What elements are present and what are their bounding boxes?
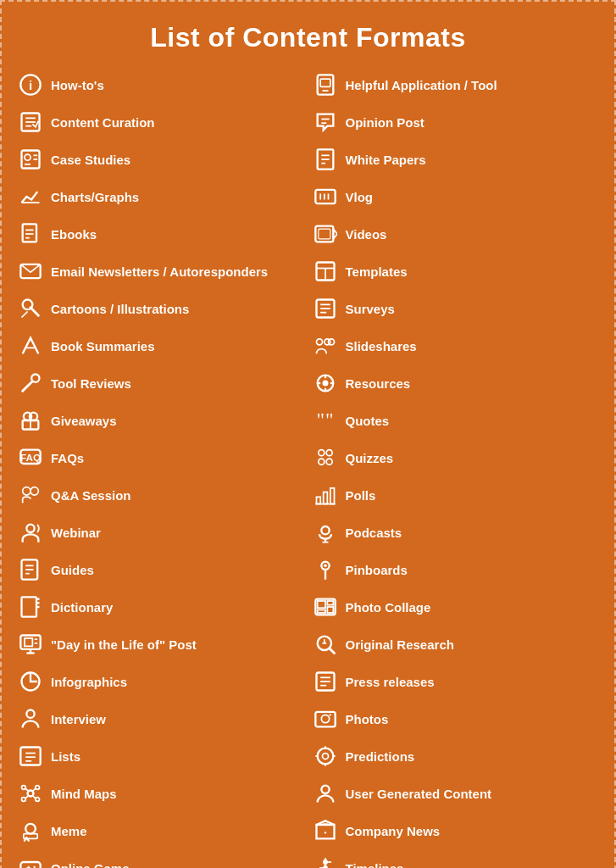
svg-rect-87: [318, 229, 330, 239]
item-icon: [17, 481, 44, 509]
list-item: Giveaways: [14, 403, 308, 438]
list-item: Case Studies: [14, 142, 308, 177]
item-label: Slideshares: [346, 339, 417, 353]
svg-rect-121: [317, 601, 325, 608]
item-label: Case Studies: [51, 153, 130, 167]
item-icon: [312, 593, 339, 620]
list-item: Q&A Session: [14, 477, 308, 513]
item-label: White Papers: [346, 153, 426, 167]
item-icon: [17, 817, 44, 844]
list-item: Cartoons / Illustrations: [14, 291, 308, 326]
item-icon: [312, 854, 339, 868]
list-item: Helpful Application / Tool: [308, 67, 603, 103]
item-label: Photos: [346, 712, 389, 726]
item-icon: [312, 556, 339, 583]
list-item: Resources: [308, 365, 603, 401]
list-item: Original Research: [308, 626, 603, 662]
list-item: Email Newsletters / Autoresponders: [14, 253, 308, 289]
item-label: FAQs: [51, 451, 84, 465]
item-label: Resources: [346, 376, 411, 391]
svg-rect-73: [320, 79, 330, 86]
item-label: Helpful Application / Tool: [346, 78, 497, 92]
item-icon: [312, 370, 339, 397]
item-icon: [17, 108, 44, 136]
svg-rect-124: [317, 610, 325, 614]
item-label: Cartoons / Illustrations: [51, 302, 189, 316]
svg-point-29: [23, 487, 31, 495]
item-label: Quizzes: [346, 451, 394, 465]
item-icon: [17, 705, 44, 732]
item-label: Templates: [346, 264, 408, 279]
item-label: Book Summaries: [51, 339, 155, 353]
item-icon: [17, 743, 44, 770]
item-label: "Day in the Life of" Post: [51, 637, 197, 652]
svg-point-119: [324, 565, 327, 568]
svg-line-61: [25, 795, 29, 798]
svg-point-56: [36, 786, 40, 790]
svg-text:FAQ: FAQ: [20, 452, 41, 463]
list-item: Guides: [14, 552, 308, 587]
svg-text:": ": [325, 409, 334, 431]
svg-rect-67: [20, 862, 40, 868]
item-icon: [312, 668, 339, 695]
item-label: Vlog: [346, 190, 374, 204]
item-icon: [17, 519, 44, 546]
list-item: Polls: [308, 477, 603, 513]
item-icon: [312, 705, 339, 732]
svg-rect-110: [316, 497, 320, 504]
item-icon: [17, 854, 44, 868]
item-label: Predictions: [346, 749, 415, 764]
list-item: User Generated Content: [308, 776, 603, 811]
list-item: Podcasts: [308, 515, 603, 550]
columns: iHow-to'sContent CurationCase StudiesCha…: [14, 67, 602, 868]
list-item: White Papers: [308, 142, 603, 177]
item-icon: [312, 108, 339, 136]
item-icon: [312, 258, 339, 285]
svg-line-59: [25, 788, 29, 792]
main-container: List of Content Formats iHow-to'sContent…: [0, 0, 616, 868]
list-item: Online Game: [14, 850, 308, 868]
item-label: Podcasts: [346, 526, 402, 540]
list-item: Webinar: [14, 515, 308, 550]
svg-point-32: [26, 525, 34, 532]
item-icon: [312, 817, 339, 844]
item-label: Webinar: [51, 526, 101, 540]
svg-point-108: [318, 459, 324, 465]
list-item: Tool Reviews: [14, 365, 308, 401]
list-item: Company News: [308, 813, 603, 849]
item-label: Videos: [346, 227, 387, 242]
item-label: Dictionary: [51, 600, 113, 615]
item-label: Timelines: [346, 861, 404, 869]
svg-rect-50: [20, 748, 40, 765]
item-icon: [312, 295, 339, 322]
svg-point-63: [25, 824, 36, 834]
svg-point-7: [25, 154, 31, 160]
list-item: FAQFAQs: [14, 440, 308, 476]
svg-line-126: [329, 648, 334, 654]
list-item: Templates: [308, 253, 603, 289]
item-icon: [312, 220, 339, 248]
list-item: Videos: [308, 216, 603, 252]
list-item: Opinion Post: [308, 104, 603, 140]
list-item: Book Summaries: [14, 328, 308, 364]
svg-point-114: [321, 526, 329, 534]
svg-line-19: [22, 312, 28, 318]
svg-point-97: [328, 339, 334, 345]
item-icon: [17, 556, 44, 583]
svg-line-21: [23, 381, 33, 392]
item-icon: [17, 183, 44, 210]
list-item: "Day in the Life of" Post: [14, 626, 308, 662]
item-label: How-to's: [51, 78, 104, 92]
list-item: Photos: [308, 701, 603, 737]
item-icon: [312, 71, 339, 98]
svg-point-30: [31, 487, 38, 495]
item-label: Ebooks: [51, 227, 97, 242]
item-label: Tool Reviews: [51, 376, 131, 391]
list-item: Vlog: [308, 179, 603, 214]
svg-rect-111: [323, 492, 327, 504]
svg-point-137: [322, 754, 328, 760]
item-label: Press releases: [346, 675, 435, 689]
item-label: Photo Collage: [346, 600, 431, 615]
svg-point-109: [326, 459, 332, 465]
item-label: Original Research: [346, 637, 454, 652]
